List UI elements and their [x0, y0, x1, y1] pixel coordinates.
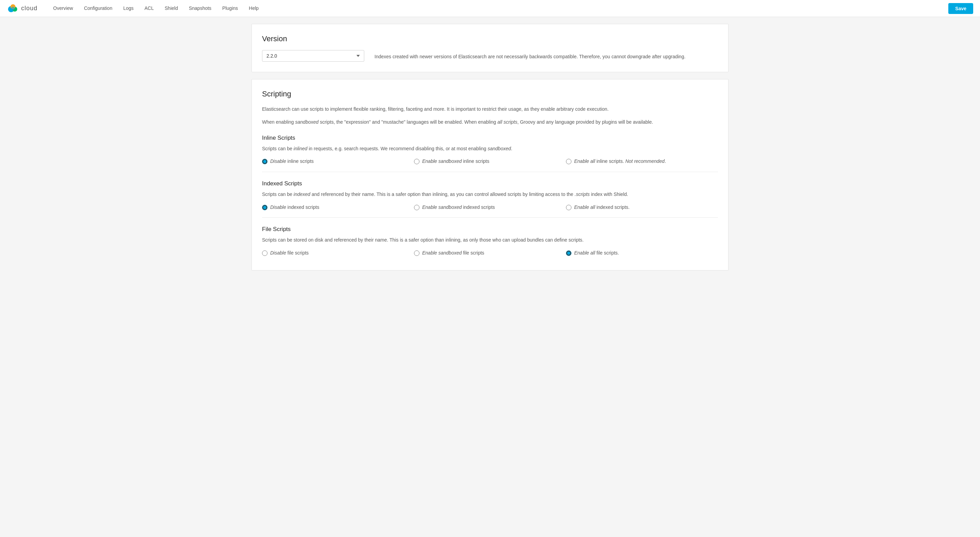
- header: cloud Overview Configuration Logs ACL Sh…: [0, 0, 980, 17]
- indexed-all-radio[interactable]: [566, 205, 571, 210]
- file-sandboxed-radio[interactable]: [414, 251, 420, 256]
- nav-acl[interactable]: ACL: [139, 0, 159, 17]
- main-nav: Overview Configuration Logs ACL Shield S…: [48, 0, 948, 17]
- version-select-wrap: 2.2.0 2.1.0 2.0.0 1.7.0: [262, 50, 364, 62]
- file-disable-label: Disable file scripts: [270, 250, 309, 257]
- file-sandboxed-label: Enable sandboxed file scripts: [422, 250, 484, 257]
- logo-text: cloud: [21, 5, 38, 12]
- version-row: 2.2.0 2.1.0 2.0.0 1.7.0 Indexes created …: [262, 50, 718, 62]
- sandboxed-italic2: sandboxed: [488, 146, 511, 151]
- inline-scripts-title: Inline Scripts: [262, 135, 718, 141]
- sandboxed-italic: sandboxed: [295, 119, 318, 125]
- inline-all-radio[interactable]: [566, 159, 571, 164]
- version-section: Version 2.2.0 2.1.0 2.0.0 1.7.0 Indexes …: [251, 24, 729, 72]
- nav-configuration[interactable]: Configuration: [78, 0, 118, 17]
- file-scripts-desc: Scripts can be stored on disk and refere…: [262, 236, 718, 244]
- version-title: Version: [262, 34, 718, 43]
- inline-sandboxed-radio[interactable]: [414, 159, 420, 164]
- scripting-section: Scripting Elasticsearch can use scripts …: [251, 79, 729, 270]
- indexed-disable-option[interactable]: Disable indexed scripts: [262, 204, 414, 211]
- file-all-radio[interactable]: [566, 251, 571, 256]
- inline-sandboxed-option[interactable]: Enable sandboxed inline scripts: [414, 158, 566, 165]
- file-disable-option[interactable]: Disable file scripts: [262, 250, 414, 257]
- main-content: Version 2.2.0 2.1.0 2.0.0 1.7.0 Indexes …: [245, 24, 735, 270]
- file-disable-radio[interactable]: [262, 251, 267, 256]
- indexed-all-label: Enable all indexed scripts.: [574, 204, 630, 211]
- indexed-scripts-desc: Scripts can be indexed and referenced by…: [262, 191, 718, 199]
- nav-plugins[interactable]: Plugins: [217, 0, 243, 17]
- indexed-scripts-options: Disable indexed scripts Enable sandboxed…: [262, 204, 718, 211]
- indexed-scripts-title: Indexed Scripts: [262, 180, 718, 187]
- nav-overview[interactable]: Overview: [48, 0, 78, 17]
- divider2: [262, 218, 718, 218]
- scripting-desc2: When enabling sandboxed scripts, the "ex…: [262, 118, 718, 126]
- nav-snapshots[interactable]: Snapshots: [183, 0, 217, 17]
- indexed-italic: indexed: [294, 192, 310, 197]
- indexed-sandboxed-option[interactable]: Enable sandboxed indexed scripts: [414, 204, 566, 211]
- inline-sandboxed-label: Enable sandboxed inline scripts: [422, 158, 489, 165]
- scripts-index-italic: .scripts: [574, 192, 590, 197]
- nav-logs[interactable]: Logs: [118, 0, 139, 17]
- indexed-sandboxed-label: Enable sandboxed indexed scripts: [422, 204, 495, 211]
- scripting-desc1: Elasticsearch can use scripts to impleme…: [262, 105, 718, 113]
- inline-all-option[interactable]: Enable all inline scripts. Not recommend…: [566, 158, 718, 165]
- inline-scripts-desc: Scripts can be inlined in requests, e.g.…: [262, 145, 718, 153]
- file-scripts-title: File Scripts: [262, 226, 718, 233]
- inline-scripts-options: Disable inline scripts Enable sandboxed …: [262, 158, 718, 165]
- inline-all-label: Enable all inline scripts. Not recommend…: [574, 158, 666, 165]
- inlined-italic: inlined: [294, 146, 307, 151]
- file-scripts-options: Disable file scripts Enable sandboxed fi…: [262, 250, 718, 257]
- version-select[interactable]: 2.2.0 2.1.0 2.0.0 1.7.0: [262, 50, 364, 62]
- logo: cloud: [7, 2, 38, 15]
- save-button[interactable]: Save: [948, 3, 973, 14]
- file-all-option[interactable]: Enable all file scripts.: [566, 250, 718, 257]
- inline-disable-label: Disable inline scripts: [270, 158, 314, 165]
- indexed-disable-label: Disable indexed scripts: [270, 204, 319, 211]
- indexed-disable-radio[interactable]: [262, 205, 267, 210]
- header-right: Save: [948, 3, 973, 14]
- inline-disable-option[interactable]: Disable inline scripts: [262, 158, 414, 165]
- version-note: Indexes created with newer versions of E…: [374, 50, 718, 60]
- file-all-label: Enable all file scripts.: [574, 250, 619, 257]
- nav-shield[interactable]: Shield: [159, 0, 183, 17]
- logo-icon: [7, 2, 19, 15]
- inline-disable-radio[interactable]: [262, 159, 267, 164]
- file-sandboxed-option[interactable]: Enable sandboxed file scripts: [414, 250, 566, 257]
- all-scripts-italic: all scripts: [498, 119, 517, 125]
- scripting-title: Scripting: [262, 90, 718, 99]
- indexed-sandboxed-radio[interactable]: [414, 205, 420, 210]
- indexed-all-option[interactable]: Enable all indexed scripts.: [566, 204, 718, 211]
- svg-point-3: [11, 6, 15, 10]
- nav-help[interactable]: Help: [243, 0, 264, 17]
